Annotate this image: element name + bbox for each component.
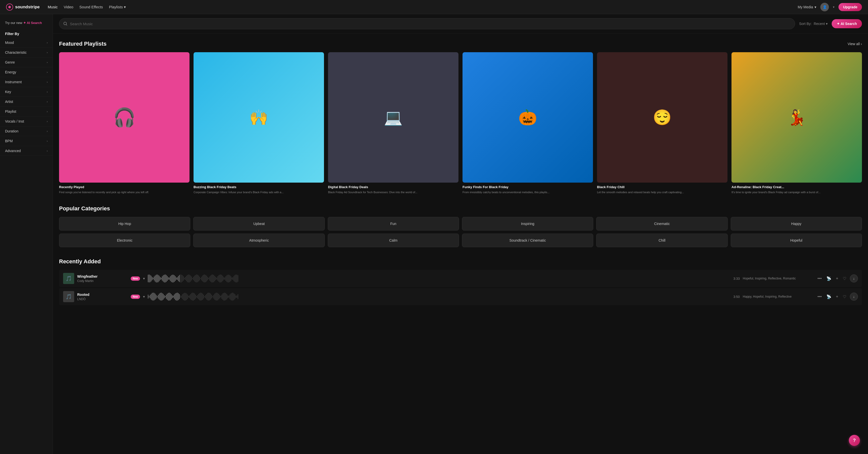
ai-search-promo: Try our new ✦ AI Search [0, 18, 53, 28]
view-all-button[interactable]: View all › [847, 42, 862, 46]
category-fun[interactable]: Fun [328, 217, 459, 230]
help-bubble[interactable]: ? [849, 435, 860, 446]
nav-video[interactable]: Video [64, 5, 73, 9]
recently-added-section: Recently Added 🎵 Wingfeather Cody Martin… [53, 251, 868, 309]
chevron-right-icon: › [47, 139, 48, 142]
category-cinematic[interactable]: Cinematic [596, 217, 727, 230]
playlist-card-digital[interactable]: 💻 Digital Black Friday Deals Black Frida… [328, 52, 459, 194]
chevron-down-icon: ▾ [826, 22, 828, 26]
card-title: Ad-Renaline: Black Friday Creat... [732, 185, 862, 189]
my-media-button[interactable]: My Media ▾ [798, 5, 816, 9]
like-button[interactable]: ♡ [842, 293, 847, 300]
filter-vocals[interactable]: Vocals / Inst › [0, 117, 53, 126]
avatar[interactable]: 👤 [820, 3, 829, 11]
sidebar: Try our new ✦ AI Search Filter By Mood ›… [0, 14, 53, 454]
track-name: Wingfeather [77, 274, 128, 279]
top-nav: soundstripe Music Video Sound Effects Pl… [0, 0, 868, 14]
expand-icon[interactable]: ▾ [143, 277, 145, 281]
playlist-card-recently-played[interactable]: 🎧 Recently Played Find songs you've list… [59, 52, 189, 194]
broadcast-button[interactable]: 📡 [825, 293, 832, 300]
card-image-wrap: 🙌 [193, 52, 324, 183]
filter-mood[interactable]: Mood › [0, 38, 53, 48]
card-desc: Let the smooth melodies and relaxed beat… [597, 190, 727, 194]
category-upbeat[interactable]: Upbeat [193, 217, 324, 230]
filter-playlist[interactable]: Playlist › [0, 107, 53, 117]
sort-value[interactable]: Recent ▾ [814, 22, 828, 26]
playlist-card-buzzing[interactable]: 🙌 Buzzing Black Friday Beats Corporate C… [193, 52, 324, 194]
chevron-right-icon: › [47, 51, 48, 54]
more-options-button[interactable]: ••• [816, 293, 823, 300]
filter-instrument[interactable]: Instrument › [0, 77, 53, 87]
add-button[interactable]: + [835, 275, 839, 282]
playlist-card-funky[interactable]: 🎃 Funky Finds For Black Friday From irre… [463, 52, 593, 194]
filter-key[interactable]: Key › [0, 87, 53, 97]
playlist-card-adrenaline[interactable]: 💃 Ad-Renaline: Black Friday Creat... It'… [732, 52, 862, 194]
chevron-right-icon: › [47, 120, 48, 123]
card-title: Black Friday Chill [597, 185, 727, 189]
card-image-wrap: 🎃 [463, 52, 593, 183]
chevron-down-icon: ▾ [124, 5, 126, 9]
download-button[interactable]: ↓ [850, 293, 858, 301]
category-chill[interactable]: Chill [596, 233, 727, 247]
category-hopeful[interactable]: Hopeful [731, 233, 862, 247]
recently-added-title: Recently Added [59, 258, 101, 265]
svg-line-3 [66, 25, 67, 26]
nav-links: Music Video Sound Effects Playlists ▾ [48, 5, 789, 9]
filter-genre[interactable]: Genre › [0, 58, 53, 67]
category-soundtrack-cinematic[interactable]: Soundtrack / Cinematic [462, 233, 593, 247]
recently-added-header: Recently Added [59, 258, 862, 265]
filter-list: Mood › Characteristic › Genre › Energy ›… [0, 38, 53, 156]
card-title: Digital Black Friday Deals [328, 185, 459, 189]
playlists-grid: 🎧 Recently Played Find songs you've list… [59, 52, 862, 194]
upgrade-button[interactable]: Upgrade [838, 3, 862, 11]
chevron-right-icon: › [47, 41, 48, 44]
ai-search-promo-link[interactable]: ✦ AI Search [23, 21, 42, 25]
logo[interactable]: soundstripe [6, 3, 40, 10]
like-button[interactable]: ♡ [842, 275, 847, 282]
category-calm[interactable]: Calm [328, 233, 459, 247]
category-atmospheric[interactable]: Atmospheric [193, 233, 324, 247]
track-duration: 3:50 [730, 295, 740, 299]
main-content: Sort By: Recent ▾ ✦ AI Search Featured P… [53, 14, 868, 454]
chevron-down-icon[interactable]: ▾ [833, 5, 834, 9]
download-button[interactable]: ↓ [850, 274, 858, 283]
category-electronic[interactable]: Electronic [59, 233, 190, 247]
sort-by-area: Sort By: Recent ▾ [799, 22, 828, 26]
track-tags: Hopeful, Inspiring, Reflective, Romantic [743, 277, 813, 280]
category-inspiring[interactable]: Inspiring [462, 217, 593, 230]
search-input-wrap [59, 18, 795, 29]
featured-playlists-section: Featured Playlists View all › 🎧 Recently… [53, 34, 868, 198]
card-desc: Black Friday Ad Soundtrack for Tech Busi… [328, 190, 459, 194]
card-title: Buzzing Black Friday Beats [193, 185, 324, 189]
chevron-down-icon: ▾ [814, 5, 816, 9]
category-hip-hop[interactable]: Hip Hop [59, 217, 190, 230]
track-artist: LNDÖ [77, 297, 128, 301]
nav-playlists[interactable]: Playlists ▾ [109, 5, 126, 9]
card-image-wrap: 🎧 [59, 52, 189, 183]
search-icon [63, 22, 67, 26]
track-row[interactable]: 🎵 Wingfeather Cody Martin New ▾ 3:33 Hop… [59, 270, 862, 287]
more-options-button[interactable]: ••• [816, 275, 823, 282]
search-input[interactable] [70, 22, 791, 26]
category-happy[interactable]: Happy [731, 217, 862, 230]
chevron-right-icon: › [47, 100, 48, 103]
track-row[interactable]: 🎵 Rooted LNDÖ New ▾ 3:50 Happy, Hopeful,… [59, 288, 862, 305]
filter-duration[interactable]: Duration › [0, 126, 53, 136]
filter-advanced[interactable]: Advanced › [0, 146, 53, 156]
filter-characteristic[interactable]: Characteristic › [0, 48, 53, 58]
filter-bpm[interactable]: BPM › [0, 136, 53, 146]
featured-playlists-header: Featured Playlists View all › [59, 41, 862, 47]
playlist-card-chill[interactable]: 😌 Black Friday Chill Let the smooth melo… [597, 52, 727, 194]
filter-artist[interactable]: Artist › [0, 97, 53, 107]
ai-search-button[interactable]: ✦ AI Search [832, 19, 862, 28]
chevron-right-icon: › [47, 110, 48, 113]
filter-energy[interactable]: Energy › [0, 67, 53, 77]
filter-by-label: Filter By [0, 28, 53, 38]
expand-icon[interactable]: ▾ [143, 295, 145, 299]
card-image-wrap: 😌 [597, 52, 727, 183]
add-button[interactable]: + [835, 293, 839, 300]
nav-sound-effects[interactable]: Sound Effects [80, 5, 103, 9]
nav-music[interactable]: Music [48, 5, 58, 9]
waveform [148, 274, 727, 283]
broadcast-button[interactable]: 📡 [825, 275, 832, 282]
